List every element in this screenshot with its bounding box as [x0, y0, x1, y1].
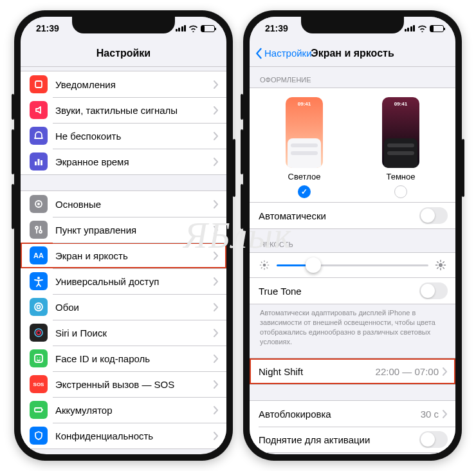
row-label: Основные	[55, 199, 214, 210]
sounds-icon	[30, 101, 48, 119]
nightshift-label: Night Shift	[259, 366, 376, 377]
chevron-right-icon	[214, 329, 219, 337]
wifi-icon	[188, 25, 198, 32]
chevron-right-icon	[214, 252, 219, 260]
battery-icon	[430, 25, 444, 32]
chevron-right-icon	[214, 432, 219, 440]
svg-point-11	[35, 303, 42, 311]
chevron-right-icon	[443, 410, 448, 418]
truetone-toggle[interactable]	[419, 282, 448, 299]
chevron-right-icon	[214, 80, 219, 89]
svg-line-28	[267, 268, 268, 268]
row-sos[interactable]: SOSЭкстренный вызов — SOS	[21, 371, 226, 397]
svg-rect-19	[42, 409, 44, 411]
control-icon	[30, 221, 48, 239]
appearance-header: ОФОРМЛЕНИЕ	[250, 76, 455, 88]
nav-bar: Настройки Экран и яркость	[250, 40, 455, 67]
row-display[interactable]: AAЭкран и яркость	[21, 243, 226, 268]
svg-point-31	[439, 263, 443, 267]
row-sounds[interactable]: Звуки, тактильные сигналы	[21, 97, 226, 123]
back-label: Настройки	[264, 48, 312, 59]
row-label: Пункт управления	[55, 225, 214, 236]
svg-rect-3	[41, 160, 42, 165]
light-radio[interactable]	[298, 185, 311, 198]
svg-line-27	[261, 262, 262, 263]
raise-row[interactable]: Поднятие для активации	[250, 427, 455, 452]
row-faceid[interactable]: Face ID и код-пароль	[21, 346, 226, 371]
row-battery[interactable]: Аккумулятор	[21, 397, 226, 423]
chevron-right-icon	[214, 303, 219, 311]
chevron-right-icon	[214, 277, 219, 286]
svg-point-13	[35, 329, 42, 337]
row-privacy[interactable]: Конфиденциальность	[21, 423, 226, 448]
back-button[interactable]: Настройки	[255, 48, 312, 59]
chevron-right-icon	[214, 406, 219, 414]
svg-line-29	[261, 268, 262, 268]
auto-toggle[interactable]	[419, 207, 448, 224]
dark-label: Темное	[386, 172, 415, 181]
status-time: 21:39	[265, 23, 288, 33]
truetone-row[interactable]: True Tone	[250, 278, 455, 304]
chevron-right-icon	[214, 355, 219, 363]
autolock-label: Автоблокировка	[259, 409, 421, 420]
svg-point-17	[39, 357, 41, 358]
brightness-slider[interactable]	[277, 264, 428, 266]
chevron-right-icon	[214, 158, 219, 166]
notch	[301, 17, 404, 33]
row-accessibility[interactable]: Универсальный доступ	[21, 268, 226, 294]
svg-rect-0	[35, 81, 42, 88]
chevron-right-icon	[214, 132, 219, 140]
row-label: Siri и Поиск	[55, 328, 214, 338]
wifi-icon	[417, 25, 427, 32]
row-label: Аккумулятор	[55, 405, 214, 416]
chevron-right-icon	[214, 200, 219, 208]
sun-large-icon	[435, 259, 446, 271]
row-label: Не беспокоить	[55, 131, 214, 142]
row-wallpaper[interactable]: Обои	[21, 294, 226, 320]
nightshift-row[interactable]: Night Shift 22:00 — 07:00	[250, 358, 455, 384]
chevron-right-icon	[214, 226, 219, 234]
brightness-header: ЯРКОСТЬ	[250, 241, 455, 252]
dark-radio[interactable]	[394, 185, 407, 198]
svg-line-36	[437, 262, 439, 263]
settings-list[interactable]: УведомленияЗвуки, тактильные сигналыНе б…	[21, 67, 226, 454]
svg-rect-18	[35, 408, 42, 412]
nightshift-value: 22:00 — 07:00	[376, 366, 439, 377]
general-icon	[30, 195, 48, 213]
row-label: Универсальный доступ	[55, 276, 214, 287]
row-control[interactable]: Пункт управления	[21, 217, 226, 243]
display-settings[interactable]: ОФОРМЛЕНИЕ 09:41 Светлое 09:41 Темное Ав…	[250, 67, 455, 454]
status-time: 21:39	[36, 23, 59, 33]
light-label: Светлое	[288, 172, 321, 181]
truetone-label: True Tone	[259, 286, 419, 297]
appearance-dark[interactable]: 09:41 Темное	[382, 97, 419, 198]
auto-label: Автоматически	[259, 210, 419, 221]
raise-toggle[interactable]	[419, 431, 448, 448]
row-screentime[interactable]: Экранное время	[21, 149, 226, 174]
row-dnd[interactable]: Не беспокоить	[21, 123, 226, 149]
autolock-value: 30 с	[421, 409, 439, 420]
battery-icon	[201, 25, 215, 32]
dark-preview: 09:41	[382, 97, 419, 168]
privacy-icon	[30, 427, 48, 445]
svg-rect-2	[38, 159, 40, 165]
svg-point-16	[37, 357, 38, 358]
accessibility-icon	[30, 272, 48, 290]
autolock-row[interactable]: Автоблокировка 30 с	[250, 401, 455, 427]
screentime-icon	[30, 152, 48, 171]
row-label: Экстренный вызов — SOS	[55, 379, 214, 390]
chevron-right-icon	[443, 367, 448, 376]
appearance-light[interactable]: 09:41 Светлое	[286, 97, 323, 198]
row-siri[interactable]: Siri и Поиск	[21, 320, 226, 346]
light-preview: 09:41	[286, 97, 323, 168]
battery-icon	[30, 401, 48, 419]
row-general[interactable]: Основные	[21, 191, 226, 217]
row-label: Face ID и код-пароль	[55, 353, 214, 364]
auto-appearance-row[interactable]: Автоматически	[250, 203, 455, 228]
page-title: Настройки	[96, 48, 151, 59]
row-notifications[interactable]: Уведомления	[21, 71, 226, 97]
notifications-icon	[30, 75, 48, 93]
phone-left: 21:39 Настройки УведомленияЗвуки, тактил…	[14, 10, 233, 461]
row-label: Экран и яркость	[55, 250, 214, 261]
siri-icon	[30, 324, 48, 342]
